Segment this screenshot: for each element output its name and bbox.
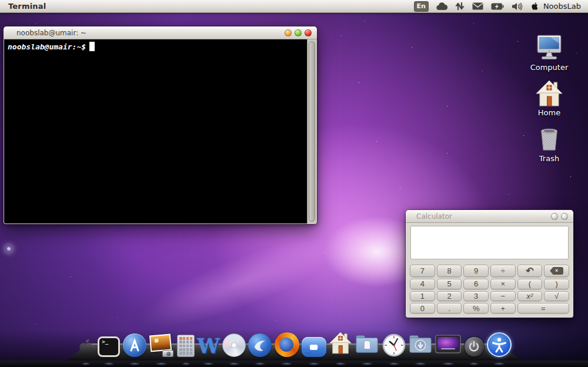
cd-disc-icon: [222, 333, 246, 357]
backspace-icon: ×: [550, 267, 563, 275]
dock-item-home[interactable]: [329, 331, 352, 357]
apple-logo-icon[interactable]: [530, 1, 539, 11]
desktop-icon-home[interactable]: Home: [524, 79, 574, 117]
key-label: .: [448, 304, 450, 313]
terminal-icon: >_: [98, 336, 120, 357]
key-8[interactable]: 8: [437, 265, 462, 277]
key-label: ÷: [501, 266, 505, 275]
key-open-paren[interactable]: (: [517, 279, 543, 289]
cloud-icon[interactable]: [436, 2, 447, 11]
desktop-icon-trash[interactable]: Trash: [524, 125, 574, 163]
key-decimal[interactable]: .: [437, 303, 462, 313]
key-label: 9: [474, 266, 478, 275]
key-7[interactable]: 7: [410, 265, 435, 277]
key-label: =: [541, 304, 546, 313]
dock: >_ W: [76, 331, 512, 357]
clock-icon: [382, 333, 406, 357]
calculator-titlebar[interactable]: Calculator: [406, 210, 573, 223]
dock-item-clock[interactable]: [382, 333, 406, 357]
key-label: %: [473, 304, 480, 313]
key-add[interactable]: +: [490, 303, 516, 313]
app-menu-terminal[interactable]: Terminal: [0, 2, 46, 11]
dock-item-firefox[interactable]: [275, 332, 299, 357]
dock-item-apple[interactable]: [76, 337, 95, 357]
terminal-window-buttons: [285, 29, 317, 36]
key-label: 2: [447, 292, 451, 301]
scrollbar-thumb[interactable]: [309, 41, 315, 222]
terminal-prompt: noobslab@umair:~$: [8, 42, 86, 51]
volume-icon[interactable]: [512, 2, 523, 11]
word-icon: W: [197, 335, 219, 357]
app-store-icon: [123, 333, 146, 357]
dock-item-downloads[interactable]: [408, 333, 433, 357]
computer-icon: [534, 34, 564, 62]
display-settings-icon: [435, 335, 461, 357]
user-menu[interactable]: NoobsLab: [543, 2, 581, 11]
key-2[interactable]: 2: [437, 291, 462, 302]
battery-charging-icon[interactable]: [491, 3, 504, 10]
close-button[interactable]: [305, 29, 312, 36]
mail-icon[interactable]: [472, 2, 483, 10]
key-9[interactable]: 9: [463, 265, 489, 277]
key-percent[interactable]: %: [463, 303, 489, 313]
dock-item-photos[interactable]: [149, 335, 175, 357]
power-icon: [464, 336, 485, 357]
key-1[interactable]: 1: [410, 291, 435, 302]
network-traffic-icon[interactable]: [455, 2, 465, 11]
key-label: √: [554, 292, 559, 301]
dock-item-calculator[interactable]: [177, 335, 195, 357]
dock-item-display-settings[interactable]: [435, 335, 461, 357]
desktop-icon-label: Computer: [530, 63, 569, 72]
dock-item-accessibility[interactable]: [487, 332, 512, 357]
terminal-input-area[interactable]: noobslab@umair:~$: [4, 39, 307, 223]
desktop-icon-label: Trash: [539, 154, 559, 163]
dock-item-cd[interactable]: [222, 333, 246, 357]
dock-item-facetime[interactable]: [302, 337, 326, 357]
keyboard-layout-indicator[interactable]: En: [414, 1, 429, 12]
key-label: 3: [474, 292, 478, 301]
key-close-paren[interactable]: ): [544, 279, 569, 289]
key-equals[interactable]: =: [517, 303, 569, 313]
key-square[interactable]: x²: [517, 291, 543, 302]
close-button[interactable]: [561, 213, 568, 220]
dock-item-power[interactable]: [464, 336, 485, 357]
key-5[interactable]: 5: [437, 279, 462, 289]
terminal-titlebar[interactable]: noobslab@umair: ~: [4, 26, 317, 39]
dock-item-app-store[interactable]: [123, 333, 146, 357]
maximize-button[interactable]: [295, 29, 302, 36]
key-label: ): [555, 279, 557, 288]
dock-item-terminal[interactable]: >_: [98, 336, 120, 357]
desktop-icon-computer[interactable]: Computer: [524, 34, 574, 72]
accessibility-icon: [487, 332, 512, 357]
key-label: ×: [501, 279, 506, 288]
firefox-icon: [275, 332, 299, 357]
minimize-button[interactable]: [551, 213, 558, 220]
dock-item-thunderbird[interactable]: [248, 333, 272, 357]
system-tray: En: [414, 1, 588, 12]
calculator-window-buttons: [551, 213, 573, 220]
home-icon: [329, 331, 352, 357]
key-subtract[interactable]: −: [490, 291, 516, 302]
calculator-window: Calculator 7 8 9 ÷ ↶ × 4 5 6 × ( ) 1 2 3…: [406, 210, 573, 318]
key-label: 0: [420, 304, 425, 313]
calculator-icon: [177, 335, 195, 357]
key-label: −: [501, 292, 506, 301]
key-0[interactable]: 0: [410, 303, 435, 313]
key-6[interactable]: 6: [463, 279, 489, 289]
key-backspace[interactable]: ×: [544, 265, 569, 277]
dock-item-word[interactable]: W: [197, 335, 219, 357]
desktop-icon-area: Computer Home: [524, 34, 574, 163]
minimize-button[interactable]: [285, 29, 292, 36]
terminal-window: noobslab@umair: ~ noobslab@umair:~$: [4, 26, 317, 224]
key-multiply[interactable]: ×: [490, 279, 516, 289]
key-divide[interactable]: ÷: [490, 265, 516, 277]
key-4[interactable]: 4: [410, 279, 435, 289]
key-sqrt[interactable]: √: [544, 291, 569, 302]
thunderbird-icon: [248, 333, 272, 357]
wallpaper-bright-star: [6, 246, 12, 252]
key-undo[interactable]: ↶: [517, 265, 543, 277]
downloads-icon: [408, 333, 433, 357]
desktop-icon-label: Home: [538, 108, 560, 117]
key-3[interactable]: 3: [463, 291, 489, 302]
dock-item-folder[interactable]: [355, 333, 379, 357]
